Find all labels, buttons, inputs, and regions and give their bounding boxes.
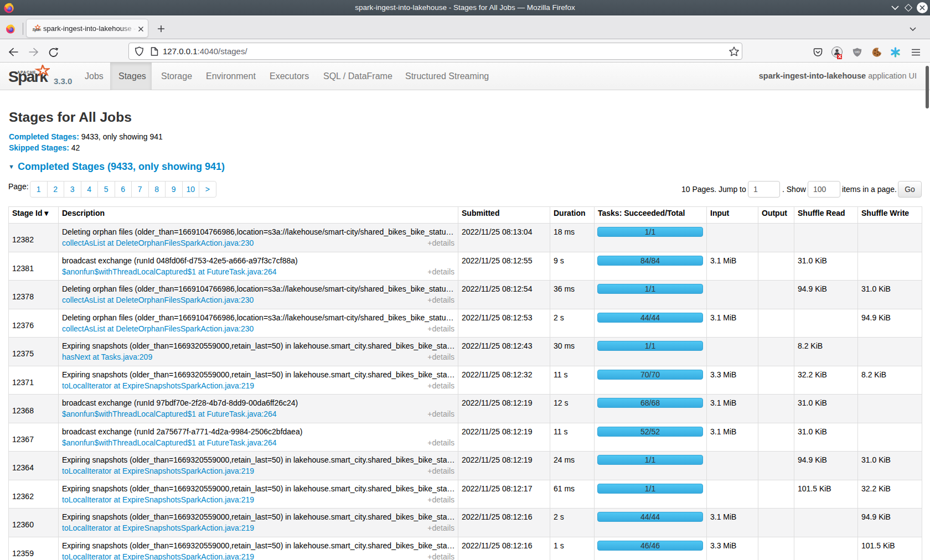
svg-text:UO: UO	[855, 50, 860, 54]
svg-text:Spark: Spark	[33, 28, 42, 32]
